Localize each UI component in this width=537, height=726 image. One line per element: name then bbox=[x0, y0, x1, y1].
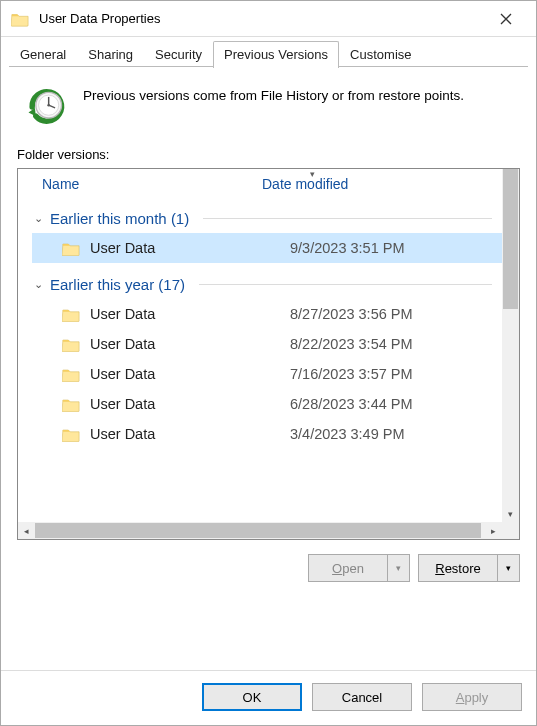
version-item[interactable]: User Data6/28/2023 3:44 PM bbox=[32, 389, 502, 419]
scroll-down-arrow-icon[interactable]: ▾ bbox=[502, 505, 519, 522]
vertical-scrollbar[interactable]: ▾ bbox=[502, 169, 519, 522]
restore-clock-icon bbox=[23, 85, 67, 129]
apply-button[interactable]: Apply bbox=[422, 683, 522, 711]
folder-icon bbox=[62, 307, 80, 322]
item-name: User Data bbox=[90, 366, 290, 382]
vertical-scroll-thumb[interactable] bbox=[503, 169, 518, 309]
open-dropdown-button[interactable]: ▾ bbox=[388, 554, 410, 582]
scroll-right-arrow-icon[interactable]: ▸ bbox=[485, 522, 502, 539]
item-name: User Data bbox=[90, 396, 290, 412]
list-body: ⌄Earlier this month (1)User Data9/3/2023… bbox=[18, 199, 502, 539]
folder-icon bbox=[11, 11, 29, 27]
version-group: ⌄Earlier this year (17)User Data8/27/202… bbox=[18, 265, 502, 451]
tab-strip: General Sharing Security Previous Versio… bbox=[1, 37, 536, 67]
horizontal-scrollbar[interactable]: ◂ ▸ bbox=[18, 522, 502, 539]
ok-button[interactable]: OK bbox=[202, 683, 302, 711]
folder-icon bbox=[62, 367, 80, 382]
group-header[interactable]: ⌄Earlier this year (17) bbox=[32, 273, 502, 299]
item-name: User Data bbox=[90, 240, 290, 256]
version-item[interactable]: User Data9/3/2023 3:51 PM bbox=[32, 233, 502, 263]
folder-versions-label: Folder versions: bbox=[17, 147, 520, 162]
version-item[interactable]: User Data3/4/2023 3:49 PM bbox=[32, 419, 502, 449]
open-split-button[interactable]: Open ▾ bbox=[308, 554, 410, 582]
folder-icon bbox=[62, 337, 80, 352]
folder-icon bbox=[62, 397, 80, 412]
group-rule bbox=[199, 284, 492, 285]
group-rule bbox=[203, 218, 492, 219]
tab-security[interactable]: Security bbox=[144, 41, 213, 67]
tab-content-previous-versions: Previous versions come from File History… bbox=[1, 67, 536, 670]
close-button[interactable] bbox=[484, 3, 528, 35]
tab-customise[interactable]: Customise bbox=[339, 41, 422, 67]
item-name: User Data bbox=[90, 426, 290, 442]
close-icon bbox=[500, 13, 512, 25]
tab-previous-versions[interactable]: Previous Versions bbox=[213, 41, 339, 68]
dialog-button-row: OK Cancel Apply bbox=[1, 670, 536, 725]
chevron-down-icon: ⌄ bbox=[32, 278, 44, 291]
intro-row: Previous versions come from File History… bbox=[17, 85, 520, 129]
item-name: User Data bbox=[90, 336, 290, 352]
intro-text: Previous versions come from File History… bbox=[83, 85, 464, 129]
scrollbar-corner bbox=[502, 522, 519, 539]
group-label: Earlier this month (1) bbox=[50, 210, 189, 227]
sort-indicator-icon: ▾ bbox=[310, 169, 315, 179]
item-name: User Data bbox=[90, 306, 290, 322]
folder-icon bbox=[62, 427, 80, 442]
title-bar: User Data Properties bbox=[1, 1, 536, 37]
version-item[interactable]: User Data8/22/2023 3:54 PM bbox=[32, 329, 502, 359]
item-date: 8/27/2023 3:56 PM bbox=[290, 306, 413, 322]
svg-point-4 bbox=[47, 104, 50, 107]
item-date: 3/4/2023 3:49 PM bbox=[290, 426, 404, 442]
restore-dropdown-button[interactable]: ▾ bbox=[498, 554, 520, 582]
horizontal-scroll-thumb[interactable] bbox=[35, 523, 481, 538]
action-button-row: Open ▾ Restore ▾ bbox=[17, 554, 520, 582]
window-title: User Data Properties bbox=[39, 11, 484, 26]
version-item[interactable]: User Data8/27/2023 3:56 PM bbox=[32, 299, 502, 329]
folder-versions-list[interactable]: Name Date modified ▾ ⌄Earlier this month… bbox=[17, 168, 520, 540]
group-label: Earlier this year (17) bbox=[50, 276, 185, 293]
column-header-date[interactable]: Date modified ▾ bbox=[262, 176, 502, 192]
item-date: 6/28/2023 3:44 PM bbox=[290, 396, 413, 412]
item-date: 8/22/2023 3:54 PM bbox=[290, 336, 413, 352]
list-header: Name Date modified ▾ bbox=[18, 169, 502, 199]
tab-sharing[interactable]: Sharing bbox=[77, 41, 144, 67]
open-button[interactable]: Open bbox=[308, 554, 388, 582]
item-date: 9/3/2023 3:51 PM bbox=[290, 240, 404, 256]
version-group: ⌄Earlier this month (1)User Data9/3/2023… bbox=[18, 199, 502, 265]
version-item[interactable]: User Data7/16/2023 3:57 PM bbox=[32, 359, 502, 389]
group-header[interactable]: ⌄Earlier this month (1) bbox=[32, 207, 502, 233]
horizontal-scroll-track[interactable] bbox=[35, 522, 485, 539]
scroll-left-arrow-icon[interactable]: ◂ bbox=[18, 522, 35, 539]
folder-icon bbox=[62, 241, 80, 256]
tab-general[interactable]: General bbox=[9, 41, 77, 67]
cancel-button[interactable]: Cancel bbox=[312, 683, 412, 711]
column-header-date-text: Date modified bbox=[262, 176, 348, 192]
column-header-name[interactable]: Name bbox=[36, 176, 262, 192]
chevron-down-icon: ⌄ bbox=[32, 212, 44, 225]
item-date: 7/16/2023 3:57 PM bbox=[290, 366, 413, 382]
restore-split-button[interactable]: Restore ▾ bbox=[418, 554, 520, 582]
restore-button[interactable]: Restore bbox=[418, 554, 498, 582]
